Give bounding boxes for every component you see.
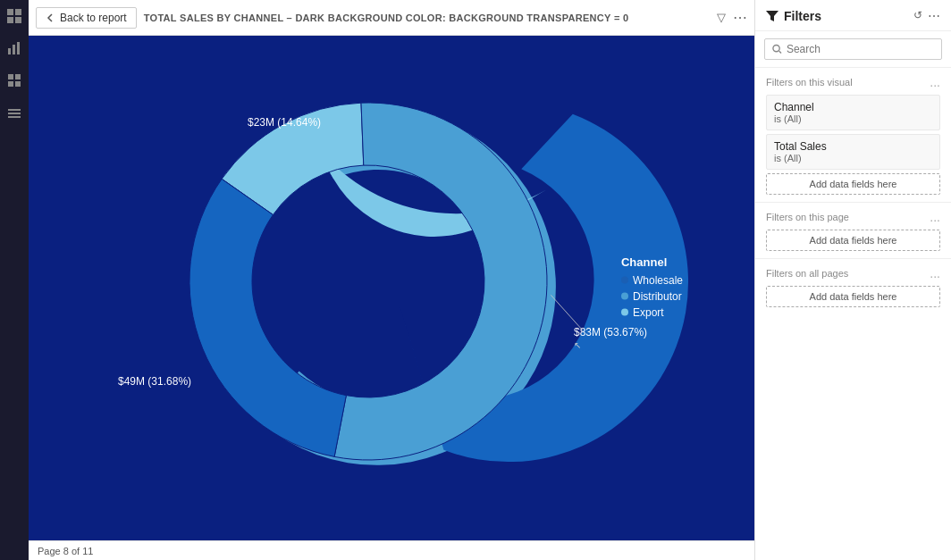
legend-item-export: Export: [621, 305, 683, 318]
filter-totalsales-name: Total Sales: [774, 140, 932, 153]
topbar: Back to report TOTAL SALES BY CHANNEL – …: [29, 0, 754, 36]
page-add-data-button[interactable]: Add data fields here: [766, 230, 940, 251]
svg-rect-6: [17, 42, 20, 54]
more-options-icon[interactable]: ⋯: [733, 9, 747, 26]
visual-filters-dots[interactable]: ...: [930, 75, 940, 89]
wholesale-legend-label: Wholesale: [633, 273, 683, 286]
all-filters-dots[interactable]: ...: [930, 266, 940, 280]
filter-icon-topbar[interactable]: ▽: [717, 11, 726, 24]
filter-card-total-sales[interactable]: Total Sales is (All): [766, 134, 940, 170]
svg-point-16: [773, 45, 779, 51]
bottombar: Page 8 of 11: [29, 540, 754, 560]
logo-icon[interactable]: [5, 7, 23, 25]
layers-icon[interactable]: [5, 104, 23, 121]
filter-refresh-icon[interactable]: ↺: [913, 9, 922, 23]
legend-item-wholesale: Wholesale: [621, 273, 683, 286]
distributor-label: $83M (53.67%) ↖: [574, 326, 647, 351]
filter-panel-title: Filters: [766, 9, 821, 23]
svg-rect-9: [8, 81, 13, 87]
chart-canvas: $23M (14.64%) $83M (53.67%) ↖ $49M (31.6…: [29, 36, 754, 540]
wholesale-dot: [621, 276, 628, 283]
svg-rect-3: [15, 17, 21, 23]
all-filters-header: Filters on all pages ...: [766, 266, 940, 280]
page-filters-title: Filters on this page: [766, 212, 849, 222]
filter-totalsales-value: is (All): [774, 153, 932, 163]
bar-chart-icon[interactable]: [5, 39, 23, 57]
visual-add-data-button[interactable]: Add data fields here: [766, 173, 940, 195]
grid-icon[interactable]: [5, 71, 23, 89]
legend-item-distributor: Distributor: [621, 289, 683, 302]
filter-channel-name: Channel: [774, 101, 932, 113]
svg-rect-13: [8, 116, 21, 118]
filter-icon: [766, 10, 778, 22]
svg-marker-15: [766, 11, 778, 21]
filter-search-input[interactable]: [787, 43, 934, 55]
svg-rect-7: [8, 74, 13, 79]
page-info: Page 8 of 11: [38, 546, 93, 556]
svg-rect-2: [7, 17, 13, 23]
page-title: TOTAL SALES BY CHANNEL – DARK BACKGROUND…: [144, 13, 629, 23]
legend-title: Channel: [621, 255, 683, 268]
distributor-legend-label: Distributor: [633, 289, 682, 302]
wholesale-label: $49M (31.68%): [118, 375, 191, 388]
page-filters-header: Filters on this page ...: [766, 210, 940, 224]
svg-line-17: [779, 51, 781, 53]
filter-card-channel[interactable]: Channel is (All): [766, 95, 940, 130]
svg-rect-1: [15, 9, 21, 15]
search-icon: [772, 44, 782, 54]
svg-rect-8: [15, 74, 21, 79]
visual-filters-title: Filters on this visual: [766, 77, 853, 88]
back-to-report-button[interactable]: Back to report: [36, 7, 137, 29]
svg-rect-10: [15, 81, 21, 87]
filter-channel-value: is (All): [774, 113, 932, 124]
back-button-label: Back to report: [60, 12, 127, 24]
distributor-dot: [621, 292, 628, 299]
page-filters-section: Filters on this page ... Add data fields…: [755, 202, 951, 258]
export-label: $23M (14.64%): [248, 116, 321, 129]
all-pages-filters-section: Filters on all pages ... Add data fields…: [755, 258, 951, 314]
all-filters-title: Filters on all pages: [766, 268, 848, 279]
visual-filters-header: Filters on this visual ...: [766, 75, 940, 89]
svg-rect-11: [8, 109, 21, 111]
page-filters-dots[interactable]: ...: [930, 210, 940, 224]
chart-legend: Channel Wholesale Distributor Export: [621, 255, 683, 322]
visual-filters-section: Filters on this visual ... Channel is (A…: [755, 67, 951, 202]
filter-panel: Filters ↺ ⋯ Filters on this visual ... C…: [754, 0, 951, 560]
svg-rect-0: [7, 9, 13, 15]
svg-rect-5: [13, 45, 15, 54]
export-dot: [621, 308, 628, 315]
svg-rect-4: [8, 48, 11, 54]
filter-search-box[interactable]: [764, 38, 942, 60]
all-pages-add-data-button[interactable]: Add data fields here: [766, 286, 940, 307]
export-legend-label: Export: [633, 305, 664, 318]
svg-rect-12: [8, 113, 21, 114]
filter-more-icon[interactable]: ⋯: [928, 9, 940, 23]
sidebar: [0, 0, 29, 560]
filter-panel-header: Filters ↺ ⋯: [755, 0, 951, 31]
main-content: Back to report TOTAL SALES BY CHANNEL – …: [29, 0, 754, 560]
filter-header-icons: ↺ ⋯: [913, 9, 940, 23]
